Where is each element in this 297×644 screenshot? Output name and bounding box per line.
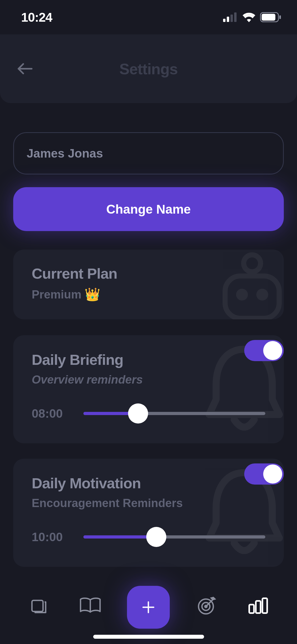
slider-knob: [128, 403, 148, 424]
motivation-slider[interactable]: [83, 535, 265, 539]
slider-fill: [83, 535, 156, 539]
toggle-knob: [263, 341, 282, 360]
briefing-slider[interactable]: [83, 412, 265, 415]
svg-rect-12: [32, 600, 43, 611]
status-bar: 10:24: [0, 0, 297, 34]
add-button[interactable]: [127, 586, 170, 629]
slider-knob: [146, 527, 166, 547]
svg-point-11: [256, 289, 268, 301]
daily-motivation-card: Daily Motivation Encouragement Reminders…: [13, 459, 284, 567]
robot-icon: [210, 250, 284, 319]
target-icon: [196, 595, 217, 616]
motivation-toggle[interactable]: [244, 463, 284, 485]
tab-cards[interactable]: [24, 591, 53, 620]
motivation-time: 10:00: [32, 530, 69, 544]
svg-rect-1: [227, 17, 229, 22]
svg-rect-20: [249, 605, 254, 613]
crown-icon: 👑: [84, 287, 100, 302]
status-icons: [223, 12, 281, 22]
daily-briefing-card: Daily Briefing Overview reminders 08:00: [13, 335, 284, 443]
tab-journal[interactable]: [76, 591, 105, 620]
svg-point-10: [236, 289, 248, 301]
status-time: 10:24: [21, 10, 52, 25]
plan-card[interactable]: Current Plan Premium 👑: [13, 250, 284, 319]
svg-rect-0: [223, 19, 225, 22]
tab-bar: [0, 575, 297, 644]
tab-stats[interactable]: [244, 591, 273, 620]
svg-rect-21: [256, 601, 261, 613]
book-icon: [78, 596, 102, 615]
cards-icon: [29, 596, 48, 615]
header: Settings: [0, 34, 297, 103]
tab-goals[interactable]: [192, 591, 221, 620]
name-field[interactable]: [13, 132, 284, 174]
home-indicator[interactable]: [93, 635, 204, 639]
svg-rect-6: [279, 15, 281, 19]
toggle-knob: [263, 464, 282, 484]
arrow-left-icon: [17, 62, 33, 75]
svg-rect-9: [225, 276, 279, 318]
back-button[interactable]: [13, 57, 36, 80]
change-name-button[interactable]: Change Name: [13, 187, 284, 231]
briefing-time: 08:00: [32, 406, 69, 421]
svg-rect-22: [262, 598, 267, 613]
battery-icon: [260, 12, 281, 22]
svg-rect-2: [230, 15, 233, 22]
briefing-toggle[interactable]: [244, 340, 284, 361]
bars-icon: [248, 597, 269, 614]
cellular-icon: [223, 12, 238, 22]
plus-icon: [142, 600, 155, 614]
svg-point-8: [244, 255, 261, 272]
wifi-icon: [242, 12, 256, 22]
svg-rect-3: [234, 12, 237, 22]
page-title: Settings: [0, 60, 297, 78]
svg-rect-5: [262, 14, 275, 21]
